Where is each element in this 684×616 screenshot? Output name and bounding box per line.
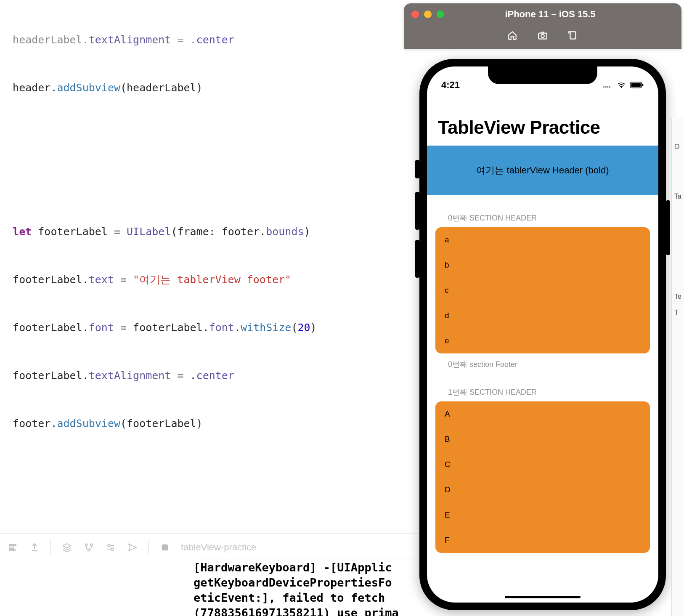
svg-rect-2 — [9, 550, 15, 551]
layers-icon[interactable] — [61, 542, 73, 553]
section-footer: 0번째 section Footer — [435, 353, 650, 369]
table-row[interactable]: a — [435, 227, 650, 252]
wifi-icon — [616, 81, 626, 89]
svg-rect-0 — [9, 544, 16, 546]
toolbar-separator — [148, 540, 149, 555]
app-content[interactable]: TableView Practice 여기는 tablerView Header… — [427, 93, 658, 553]
inspector-panel[interactable]: O Ta Te T — [671, 118, 684, 616]
toolbar-separator — [50, 540, 51, 555]
table-row[interactable]: e — [435, 328, 650, 353]
app-icon[interactable]: A — [159, 542, 171, 553]
table-row[interactable]: c — [435, 278, 650, 303]
inspector-fragment: Ta — [672, 193, 684, 200]
section-header: 1번째 SECTION HEADER — [435, 369, 650, 401]
outline-icon[interactable] — [7, 542, 19, 553]
editor-bottom-toolbar: A tableView-practice — [0, 534, 421, 560]
svg-text:A: A — [164, 545, 167, 550]
window-zoom-button[interactable] — [437, 11, 444, 18]
nav-large-title: TableView Practice — [427, 100, 658, 146]
table-row[interactable]: E — [435, 502, 650, 528]
svg-point-13 — [603, 86, 604, 88]
branches-icon[interactable] — [83, 542, 95, 553]
phone-frame: 4:21 TableView Practice 여기는 tablerView H… — [419, 59, 666, 610]
svg-rect-1 — [9, 547, 13, 548]
section-cellblock: a b c d e — [435, 227, 650, 353]
svg-point-4 — [90, 544, 93, 546]
table-row[interactable]: F — [435, 528, 650, 553]
svg-rect-10 — [538, 33, 547, 39]
window-close-button[interactable] — [411, 11, 419, 18]
svg-point-15 — [607, 86, 609, 88]
svg-rect-12 — [570, 32, 576, 39]
section-cellblock: A B C D E F — [435, 401, 650, 553]
inspector-fragment: Te — [672, 293, 684, 300]
table-row[interactable]: d — [435, 303, 650, 328]
svg-point-7 — [111, 548, 114, 550]
table-section-1: 1번째 SECTION HEADER A B C D E F — [427, 369, 658, 553]
upload-icon[interactable] — [29, 542, 40, 553]
svg-point-17 — [621, 87, 622, 88]
phone-mute-switch — [415, 160, 419, 178]
simulator-title: iPhone 11 – iOS 15.5 — [449, 9, 651, 20]
home-icon[interactable] — [507, 30, 518, 42]
table-row[interactable]: C — [435, 452, 650, 477]
breadcrumb[interactable]: tableView-practice — [181, 542, 256, 553]
window-minimize-button[interactable] — [424, 11, 432, 18]
inspector-fragment: T — [672, 309, 684, 316]
status-time: 4:21 — [441, 80, 460, 90]
inspector-fragment: O — [672, 143, 684, 151]
svg-point-16 — [609, 86, 610, 88]
svg-rect-19 — [631, 83, 641, 87]
phone-power-button — [666, 200, 670, 255]
cellular-icon — [603, 82, 613, 88]
phone-volume-down — [415, 240, 419, 278]
tuning-icon[interactable] — [105, 542, 117, 553]
svg-point-3 — [85, 544, 87, 546]
phone-screen[interactable]: 4:21 TableView Practice 여기는 tablerView H… — [427, 66, 658, 603]
svg-point-14 — [605, 86, 607, 88]
table-row[interactable]: B — [435, 427, 650, 452]
phone-volume-up — [415, 192, 419, 230]
battery-icon — [630, 82, 644, 88]
screenshot-icon[interactable] — [537, 30, 548, 42]
svg-rect-20 — [642, 84, 643, 86]
rotate-icon[interactable] — [567, 30, 578, 42]
svg-point-11 — [541, 35, 544, 38]
table-row[interactable]: A — [435, 401, 650, 427]
table-header-view: 여기는 tablerView Header (bold) — [427, 146, 658, 195]
simulator-titlebar[interactable]: iPhone 11 – iOS 15.5 — [404, 3, 681, 49]
table-row[interactable]: D — [435, 477, 650, 502]
section-header: 0번째 SECTION HEADER — [435, 195, 650, 227]
simulator-window: iPhone 11 – iOS 15.5 4:21 Tabl — [404, 3, 681, 610]
home-indicator[interactable] — [505, 596, 581, 598]
table-row[interactable]: b — [435, 252, 650, 278]
phone-notch — [488, 66, 597, 84]
code-editor[interactable]: headerLabel.textAlignment = .center head… — [0, 0, 421, 534]
svg-point-6 — [108, 544, 110, 547]
table-section-0: 0번째 SECTION HEADER a b c d e 0번째 section… — [427, 195, 658, 369]
send-icon[interactable] — [127, 542, 138, 553]
